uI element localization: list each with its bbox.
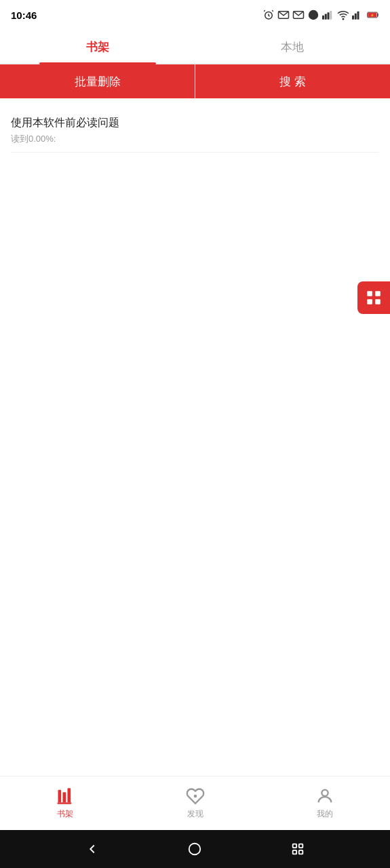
svg-rect-10 bbox=[355, 14, 357, 20]
alarm-icon bbox=[262, 9, 275, 21]
wifi-icon bbox=[337, 9, 349, 21]
svg-rect-6 bbox=[328, 12, 330, 20]
search-button[interactable]: 搜 索 bbox=[195, 64, 390, 98]
back-button[interactable] bbox=[83, 840, 102, 859]
svg-rect-16 bbox=[375, 291, 381, 296]
status-bar: 10:46 bbox=[0, 0, 390, 30]
svg-rect-28 bbox=[293, 850, 297, 854]
svg-point-24 bbox=[322, 790, 328, 796]
tab-bookshelf[interactable]: 书架 bbox=[0, 30, 195, 63]
svg-rect-17 bbox=[367, 299, 372, 304]
tab-local[interactable]: 本地 bbox=[195, 30, 391, 63]
nav-item-mine[interactable]: 我的 bbox=[260, 776, 390, 830]
svg-rect-4 bbox=[322, 16, 324, 20]
recents-button[interactable] bbox=[288, 840, 307, 859]
mail-icon-1 bbox=[277, 9, 290, 21]
book-title: 使用本软件前必读问题 bbox=[11, 116, 379, 130]
nav-label-discover: 发现 bbox=[187, 808, 203, 820]
svg-rect-18 bbox=[375, 299, 381, 304]
home-button[interactable] bbox=[185, 840, 204, 859]
status-time: 10:46 bbox=[11, 9, 37, 21]
svg-point-23 bbox=[193, 795, 197, 798]
user-icon bbox=[315, 787, 334, 806]
svg-rect-27 bbox=[299, 844, 303, 848]
svg-rect-29 bbox=[299, 850, 303, 854]
svg-rect-19 bbox=[58, 790, 61, 803]
svg-point-3 bbox=[309, 10, 318, 20]
svg-rect-9 bbox=[352, 16, 354, 20]
book-progress: 读到0.00%: bbox=[11, 133, 379, 145]
svg-rect-21 bbox=[67, 788, 71, 802]
cell-signal-icon bbox=[352, 9, 364, 21]
bottom-nav: 书架 发现 我的 bbox=[0, 776, 390, 830]
svg-rect-15 bbox=[367, 291, 372, 296]
svg-rect-26 bbox=[293, 844, 297, 848]
status-icons: ⚡ bbox=[262, 9, 379, 21]
list-item[interactable]: 使用本软件前必读问题 读到0.00%: bbox=[11, 109, 379, 153]
battery-icon: ⚡ bbox=[367, 9, 379, 21]
mail-icon-2 bbox=[292, 9, 305, 21]
batch-delete-button[interactable]: 批量删除 bbox=[0, 64, 195, 98]
nav-item-discover[interactable]: 发现 bbox=[130, 776, 260, 830]
svg-rect-20 bbox=[62, 792, 66, 802]
top-tabs: 书架 本地 bbox=[0, 30, 390, 64]
svg-rect-5 bbox=[325, 14, 327, 20]
svg-rect-7 bbox=[330, 11, 332, 20]
bookshelf-icon bbox=[56, 787, 75, 806]
action-buttons: 批量删除 搜 索 bbox=[0, 64, 390, 98]
nav-label-bookshelf: 书架 bbox=[57, 808, 73, 820]
grid-float-button[interactable] bbox=[357, 281, 390, 314]
signal-bars-icon bbox=[322, 9, 334, 21]
nav-label-mine: 我的 bbox=[317, 808, 333, 820]
system-nav-bar bbox=[0, 830, 390, 868]
dot-icon bbox=[307, 9, 319, 21]
svg-point-25 bbox=[189, 844, 201, 855]
svg-rect-11 bbox=[357, 12, 359, 20]
svg-rect-22 bbox=[57, 802, 71, 804]
svg-text:⚡: ⚡ bbox=[370, 13, 374, 18]
nav-item-bookshelf[interactable]: 书架 bbox=[0, 776, 130, 830]
book-list: 使用本软件前必读问题 读到0.00%: bbox=[0, 98, 390, 776]
heart-icon bbox=[186, 787, 205, 806]
svg-point-8 bbox=[343, 18, 344, 20]
grid-icon bbox=[365, 289, 383, 307]
